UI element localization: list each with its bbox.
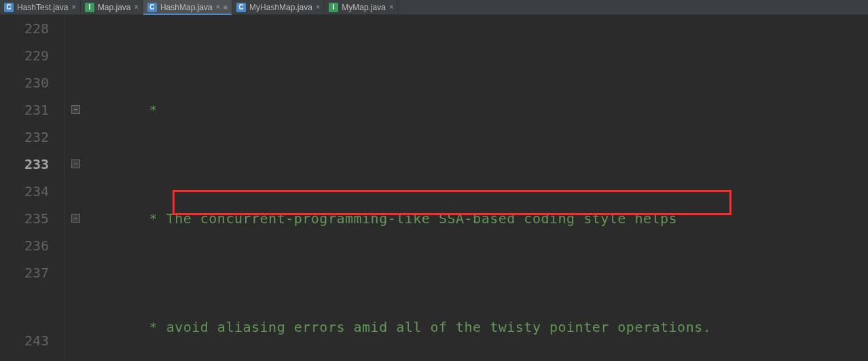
doc-comment: avoid aliasing errors amid all of the tw… bbox=[166, 319, 712, 335]
line-number[interactable]: 232 bbox=[0, 124, 49, 151]
close-icon[interactable]: × bbox=[316, 3, 320, 11]
code-line[interactable]: * avoid aliasing errors amid all of the … bbox=[93, 314, 868, 341]
close-icon[interactable]: × bbox=[134, 3, 139, 11]
tab-hashtest[interactable]: C HashTest.java × bbox=[0, 0, 81, 14]
tab-label: MyMap.java bbox=[342, 3, 386, 12]
line-number-gutter[interactable]: 228 229 230 231 232 233 234 235 236 237 … bbox=[0, 15, 65, 361]
interface-icon: I bbox=[85, 3, 94, 12]
pin-icon bbox=[223, 5, 228, 10]
close-icon[interactable]: × bbox=[216, 3, 220, 11]
line-number bbox=[0, 286, 49, 327]
fold-toggle-icon[interactable] bbox=[71, 159, 80, 168]
code-line[interactable]: * bbox=[93, 96, 868, 124]
line-number[interactable]: 229 bbox=[0, 42, 49, 69]
doc-comment: * bbox=[141, 319, 166, 335]
interface-icon: I bbox=[329, 3, 338, 12]
fold-strip bbox=[65, 15, 93, 361]
line-number[interactable]: 230 bbox=[0, 69, 49, 96]
fold-toggle-icon[interactable] bbox=[71, 214, 80, 223]
tab-hashmap[interactable]: C HashMap.java × bbox=[143, 0, 232, 14]
tab-map[interactable]: I Map.java × bbox=[81, 0, 143, 14]
tab-label: HashMap.java bbox=[160, 3, 213, 12]
tab-mymap[interactable]: I MyMap.java × bbox=[325, 0, 398, 14]
code-line[interactable]: * The concurrent-programming-like SSA-ba… bbox=[93, 205, 868, 232]
doc-comment: * bbox=[141, 210, 166, 227]
doc-comment: * bbox=[141, 102, 158, 118]
class-icon: C bbox=[147, 3, 157, 12]
doc-comment: The concurrent-programming-like SSA-base… bbox=[166, 210, 677, 227]
tab-myhashmap[interactable]: C MyHashMap.java × bbox=[232, 0, 325, 14]
line-number[interactable]: 234 bbox=[0, 178, 49, 205]
fold-toggle-icon[interactable] bbox=[71, 105, 80, 114]
class-icon: C bbox=[236, 3, 246, 12]
code-area[interactable]: * * The concurrent-programming-like SSA-… bbox=[93, 15, 868, 361]
class-icon: C bbox=[4, 3, 14, 12]
line-number[interactable]: 236 bbox=[0, 232, 49, 259]
close-icon[interactable]: × bbox=[389, 3, 393, 11]
line-number[interactable]: 228 bbox=[0, 15, 49, 42]
line-number-current[interactable]: 233 bbox=[0, 151, 49, 178]
line-number[interactable]: 243 bbox=[0, 327, 49, 354]
line-number[interactable]: 231 bbox=[0, 96, 49, 124]
tab-label: HashTest.java bbox=[17, 3, 68, 12]
editor-tabbar: C HashTest.java × I Map.java × C HashMap… bbox=[0, 0, 868, 15]
tab-label: Map.java bbox=[98, 3, 131, 12]
code-editor[interactable]: 228 229 230 231 232 233 234 235 236 237 … bbox=[0, 15, 868, 361]
tab-label: MyHashMap.java bbox=[249, 3, 312, 12]
line-number[interactable]: 237 bbox=[0, 259, 49, 286]
close-icon[interactable]: × bbox=[71, 3, 75, 11]
line-number[interactable]: 235 bbox=[0, 205, 49, 232]
